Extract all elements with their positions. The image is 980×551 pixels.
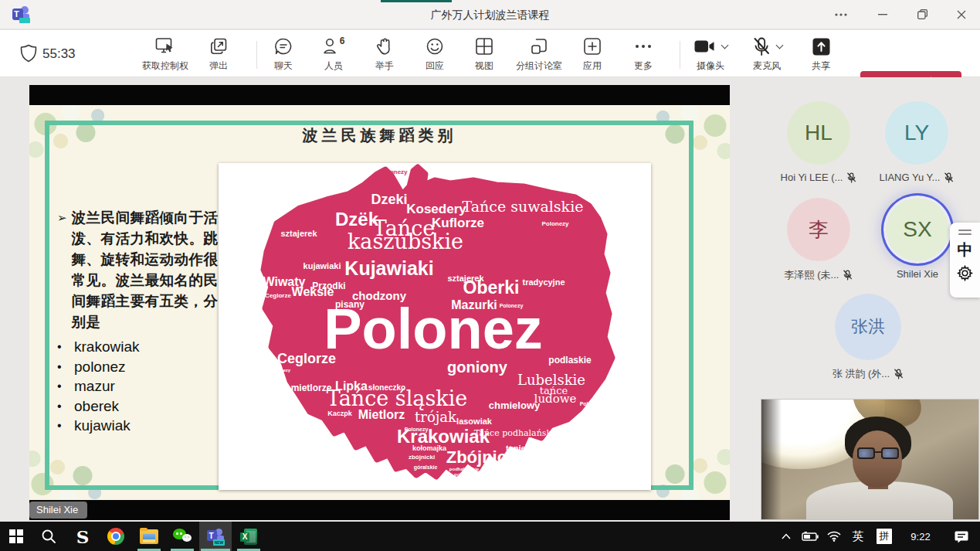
wordcloud-word: mietlorze: [291, 383, 332, 393]
tray-expand-button[interactable]: [775, 522, 798, 551]
s-app-button[interactable]: S: [66, 522, 99, 551]
wordcloud-word: zbójnicki: [409, 454, 435, 461]
breakout-rooms-button[interactable]: 分组讨论室: [510, 36, 568, 74]
notification-icon: [955, 530, 968, 543]
popout-button[interactable]: 弹出: [199, 36, 238, 74]
popout-icon: [209, 36, 228, 57]
excel-button[interactable]: X: [232, 522, 265, 551]
mic-button[interactable]: 麦克风: [743, 36, 791, 74]
search-button[interactable]: [32, 522, 65, 551]
language-indicator[interactable]: 英: [846, 522, 870, 551]
participant-count: 6: [340, 36, 345, 46]
mic-muted-icon: [894, 369, 904, 379]
avatar: SX: [886, 198, 949, 261]
react-smiley-icon: [426, 36, 444, 57]
wordcloud-word: Kuflorze: [432, 216, 484, 230]
wordcloud-word: lasowiak: [456, 417, 492, 426]
slide-title: 波兰民族舞蹈类别: [29, 125, 730, 146]
wordcloud-word: kołomajka: [412, 445, 446, 452]
react-button[interactable]: 回应: [416, 36, 453, 74]
people-icon: 6: [323, 36, 345, 57]
apps-button[interactable]: 应用: [574, 36, 611, 74]
share-icon: [812, 36, 830, 57]
ime-tool-button[interactable]: 中: [950, 240, 980, 260]
avatar: HL: [787, 101, 850, 165]
view-button[interactable]: 视图: [466, 36, 503, 74]
participant-name: 张 洪韵 (外...: [832, 367, 890, 381]
dance-name: kujawiak: [74, 416, 131, 436]
wordcloud-word: Dzëk: [335, 210, 378, 229]
wordcloud-word: Ceglorze: [277, 352, 336, 366]
bullet-item: •oberek: [57, 396, 223, 417]
mic-muted-icon: [944, 172, 954, 183]
slide-paragraph: 波兰民间舞蹈倾向于活泼、有活力和欢快。跳舞、旋转和运动动作很常见。波兰最知名的民…: [72, 207, 223, 332]
screen-share-region[interactable]: 波兰民族舞蹈类别 ➢ 波兰民间舞蹈倾向于活泼、有活力和欢快。跳舞、旋转和运动动作…: [29, 85, 730, 520]
system-tray: 英 拼 9:22: [775, 522, 980, 551]
chevron-up-icon: [782, 533, 791, 539]
close-button[interactable]: [944, 0, 979, 29]
teams-taskbar-icon: T NEW: [206, 527, 225, 546]
minimize-button[interactable]: [865, 0, 900, 29]
raise-hand-button[interactable]: 举手: [366, 36, 403, 74]
share-button[interactable]: 共享: [803, 36, 839, 74]
wordcloud-word: Polonezy: [541, 221, 568, 227]
mic-options-chevron[interactable]: [775, 41, 783, 49]
wordcloud-word: ludowe: [534, 393, 577, 405]
settings-gear-button[interactable]: [950, 265, 980, 281]
presenter-name-tag: Shilei Xie: [29, 502, 87, 519]
security-shield-icon: [20, 44, 37, 63]
file-explorer-icon: [140, 529, 158, 544]
clock[interactable]: 9:22: [898, 522, 943, 551]
participant-tile[interactable]: 李李泽熙 (未...: [765, 198, 873, 282]
wechat-button[interactable]: [166, 522, 198, 551]
battery-indicator[interactable]: [798, 522, 822, 551]
wordcloud-word: Tańce suwalskie: [463, 199, 584, 214]
wordcloud-word: podhalańskie: [449, 467, 479, 471]
wordcloud-word: kujawiaki: [303, 262, 341, 270]
dance-name: polonez: [74, 357, 126, 377]
wordcloud-word: chmielowy: [489, 400, 540, 410]
wordcloud-word: tradycyjne: [522, 278, 565, 287]
chat-icon: [274, 36, 293, 57]
camera-button[interactable]: 摄像头: [687, 36, 734, 74]
wordcloud-word: sztajerek: [280, 230, 317, 238]
file-explorer-button[interactable]: [133, 522, 165, 551]
breakout-rooms-icon: [530, 36, 548, 57]
chat-button[interactable]: 聊天: [265, 36, 302, 74]
person-glasses: [857, 447, 899, 460]
start-button[interactable]: [0, 522, 32, 551]
slide-text-block: ➢ 波兰民间舞蹈倾向于活泼、有活力和欢快。跳舞、旋转和运动动作很常见。波兰最知名…: [57, 207, 223, 436]
camera-options-chevron[interactable]: [721, 41, 728, 49]
mic-muted-icon: [846, 172, 856, 183]
participant-tile[interactable]: 张洪张 洪韵 (外...: [814, 294, 922, 381]
participant-tile[interactable]: HLHoi Yi LEE (...: [765, 101, 873, 183]
wordcloud-word: Polonezy: [580, 401, 604, 406]
action-center-button[interactable]: [943, 522, 980, 551]
bullet-item: •mazur: [57, 376, 223, 396]
wordcloud-word: Kujawiaki: [344, 259, 433, 278]
dance-bullet-list: •krakowiak•polonez•mazur•oberek•kujawiak: [57, 337, 223, 436]
participant-name: 李泽熙 (未...: [785, 268, 839, 282]
title-bar: T 广外万人计划波兰语课程: [0, 0, 980, 29]
more-button[interactable]: 更多: [625, 36, 662, 74]
people-button[interactable]: 6 人员: [315, 36, 352, 74]
chrome-button[interactable]: [100, 522, 132, 551]
participant-tile[interactable]: LYLIANG Yu Y...: [863, 101, 971, 183]
wordcloud-word: Oberki: [463, 279, 520, 297]
toolbar-separator: [256, 41, 257, 69]
meeting-timer: 55:33: [42, 46, 76, 62]
wordcloud-word: Polonez: [324, 301, 543, 358]
wifi-indicator[interactable]: [822, 522, 846, 551]
ime-mode-indicator[interactable]: 拼: [870, 522, 898, 551]
titlebar-more-button[interactable]: [823, 0, 859, 29]
self-video-feed[interactable]: [761, 399, 979, 520]
take-control-button[interactable]: 获取控制权: [137, 36, 193, 74]
chrome-icon: [107, 528, 124, 545]
bullet-item: •krakowiak: [57, 337, 223, 357]
maximize-restore-button[interactable]: [904, 0, 940, 29]
participant-name: Shilei Xie: [897, 268, 938, 280]
teams-taskbar-button[interactable]: T NEW: [199, 522, 232, 551]
drag-handle[interactable]: [958, 230, 972, 235]
wordcloud-word: tańce góralskie: [482, 465, 555, 475]
bullet-item: •polonez: [57, 357, 223, 377]
